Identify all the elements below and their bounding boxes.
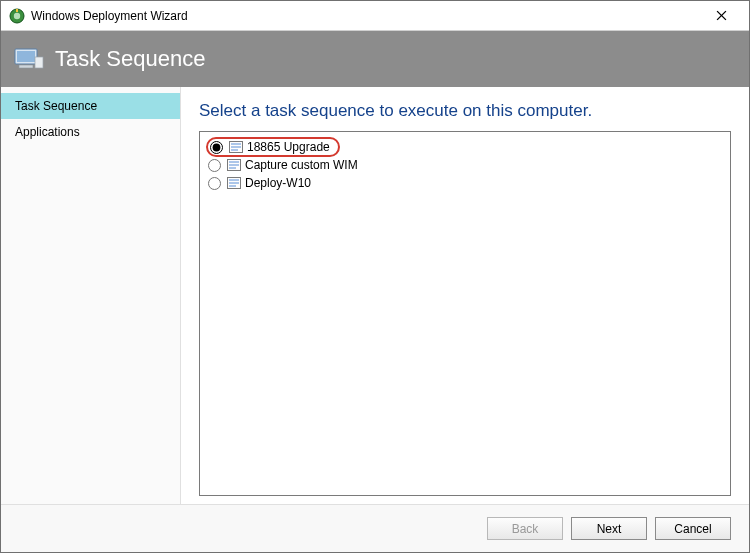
app-icon bbox=[9, 8, 25, 24]
sidebar-item-applications[interactable]: Applications bbox=[1, 119, 180, 145]
wizard-window: Windows Deployment Wizard Task Sequence … bbox=[0, 0, 750, 553]
task-sequence-row[interactable]: Capture custom WIM bbox=[208, 156, 722, 174]
task-sequence-label: Capture custom WIM bbox=[245, 158, 358, 172]
back-button[interactable]: Back bbox=[487, 517, 563, 540]
sidebar: Task Sequence Applications bbox=[1, 87, 181, 504]
computer-icon bbox=[13, 47, 45, 71]
close-icon bbox=[716, 10, 727, 21]
task-sequence-label: Deploy-W10 bbox=[245, 176, 311, 190]
task-sequence-icon bbox=[227, 159, 241, 171]
task-sequence-icon bbox=[229, 141, 243, 153]
svg-rect-2 bbox=[16, 9, 18, 12]
task-sequence-radio[interactable] bbox=[210, 141, 223, 154]
task-sequence-list[interactable]: 18865 Upgrade Capture custom WIM bbox=[199, 131, 731, 496]
body: Task Sequence Applications Select a task… bbox=[1, 87, 749, 504]
main-panel: Select a task sequence to execute on thi… bbox=[181, 87, 749, 504]
page-heading: Select a task sequence to execute on thi… bbox=[199, 101, 731, 121]
sidebar-item-label: Task Sequence bbox=[15, 99, 97, 113]
task-sequence-icon bbox=[227, 177, 241, 189]
svg-rect-8 bbox=[35, 57, 43, 68]
next-button[interactable]: Next bbox=[571, 517, 647, 540]
task-sequence-radio[interactable] bbox=[208, 177, 221, 190]
banner-title: Task Sequence bbox=[55, 46, 205, 72]
button-label: Next bbox=[597, 522, 622, 536]
svg-rect-6 bbox=[17, 51, 35, 62]
task-sequence-radio[interactable] bbox=[208, 159, 221, 172]
sidebar-item-task-sequence[interactable]: Task Sequence bbox=[1, 93, 180, 119]
sidebar-item-label: Applications bbox=[15, 125, 80, 139]
titlebar: Windows Deployment Wizard bbox=[1, 1, 749, 31]
close-button[interactable] bbox=[701, 1, 741, 31]
task-sequence-label: 18865 Upgrade bbox=[247, 140, 330, 154]
cancel-button[interactable]: Cancel bbox=[655, 517, 731, 540]
footer: Back Next Cancel bbox=[1, 504, 749, 552]
window-title: Windows Deployment Wizard bbox=[31, 9, 188, 23]
task-sequence-row[interactable]: Deploy-W10 bbox=[208, 174, 722, 192]
banner: Task Sequence bbox=[1, 31, 749, 87]
svg-rect-7 bbox=[19, 65, 33, 68]
button-label: Back bbox=[512, 522, 539, 536]
highlight-annotation: 18865 Upgrade bbox=[206, 137, 340, 157]
button-label: Cancel bbox=[674, 522, 711, 536]
svg-point-1 bbox=[14, 12, 20, 18]
task-sequence-row[interactable]: 18865 Upgrade bbox=[208, 138, 722, 156]
